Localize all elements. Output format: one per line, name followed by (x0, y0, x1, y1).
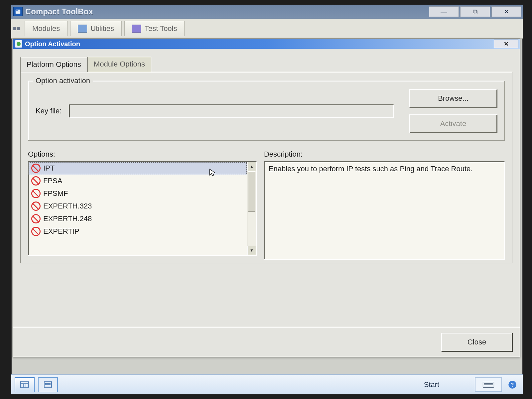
dialog-titlebar[interactable]: Option Activation ✕ (13, 39, 520, 49)
option-activation-dialog: Option Activation ✕ Platform Options Mod… (13, 39, 520, 357)
option-label: EXPERTIP (43, 227, 79, 236)
disabled-icon (31, 164, 41, 173)
svg-rect-2 (16, 12, 20, 12)
key-file-input[interactable] (69, 104, 394, 118)
description-box: Enables you to perform IP tests such as … (264, 161, 505, 260)
disabled-icon (31, 201, 41, 211)
option-item-experth-323[interactable]: EXPERTH.323 (29, 200, 247, 212)
tab-module-options[interactable]: Module Options (87, 57, 151, 72)
disabled-icon (31, 227, 41, 236)
onscreen-keyboard-button[interactable] (475, 377, 502, 392)
option-label: FPSA (43, 177, 62, 185)
toolbar-tab-modules[interactable]: Modules (25, 21, 67, 36)
close-button[interactable]: Close (441, 333, 512, 351)
taskbar-apps-button[interactable] (15, 377, 35, 392)
description-label: Description: (264, 150, 505, 159)
option-label: EXPERTH.323 (43, 202, 92, 210)
toolbar-label-modules: Modules (32, 24, 60, 33)
svg-text:?: ? (511, 381, 514, 388)
tab-panel-platform: Option activation Key file: Browse... Ac… (20, 72, 512, 263)
restore-button[interactable]: ⧉ (460, 6, 490, 17)
options-scrollbar[interactable]: ▲ ▼ (247, 162, 256, 255)
tools-icon (132, 25, 141, 33)
option-item-expertip[interactable]: EXPERTIP (29, 225, 247, 238)
options-listbox[interactable]: IPTFPSAFPSMFEXPERTH.323EXPERTH.248EXPERT… (28, 161, 257, 256)
option-label: EXPERTH.248 (43, 214, 92, 223)
app-title: Compact ToolBox (25, 7, 428, 16)
dialog-close-x[interactable]: ✕ (494, 40, 518, 48)
option-item-fpsmf[interactable]: FPSMF (29, 187, 247, 200)
taskbar: Start ? (11, 374, 523, 394)
option-label: IPT (43, 164, 55, 173)
start-button[interactable]: Start (392, 380, 471, 389)
toolbar-label-utilities: Utilities (90, 24, 114, 33)
disabled-icon (31, 214, 41, 223)
parent-close-button[interactable]: ✕ (491, 6, 521, 17)
option-item-fpsa[interactable]: FPSA (29, 175, 247, 187)
scroll-thumb[interactable] (248, 171, 255, 212)
dialog-icon (15, 40, 22, 48)
scroll-up-button[interactable]: ▲ (247, 162, 256, 171)
help-button[interactable]: ? (505, 378, 519, 392)
toolbar-label-test-tools: Test Tools (145, 24, 177, 33)
scroll-track[interactable] (247, 171, 256, 246)
activate-button[interactable]: Activate (409, 114, 497, 133)
dialog-title: Option Activation (25, 40, 80, 48)
scroll-down-button[interactable]: ▼ (247, 246, 256, 255)
disabled-icon (31, 189, 41, 198)
browse-button[interactable]: Browse... (409, 89, 497, 108)
disabled-icon (31, 176, 41, 186)
app-menu-icon[interactable] (14, 26, 22, 31)
toolbar-tab-test-tools[interactable]: Test Tools (124, 21, 185, 36)
option-item-experth-248[interactable]: EXPERTH.248 (29, 212, 247, 225)
minimize-button[interactable]: — (429, 6, 459, 17)
taskbar-list-button[interactable] (38, 377, 58, 392)
options-label: Options: (28, 150, 257, 159)
key-file-label: Key file: (36, 107, 62, 115)
svg-rect-1 (16, 10, 18, 11)
option-item-ipt[interactable]: IPT (29, 162, 247, 175)
toolbar-tab-utilities[interactable]: Utilities (70, 21, 122, 36)
group-legend: Option activation (33, 76, 93, 85)
option-label: FPSMF (43, 189, 68, 198)
folder-icon (78, 25, 87, 33)
tab-platform-options[interactable]: Platform Options (20, 57, 87, 72)
app-icon (13, 7, 23, 16)
main-toolbar: Modules Utilities Test Tools (11, 19, 523, 39)
parent-window-titlebar: Compact ToolBox — ⧉ ✕ (11, 5, 523, 19)
svg-rect-3 (21, 382, 29, 388)
group-option-activation: Option activation Key file: Browse... Ac… (28, 81, 505, 141)
